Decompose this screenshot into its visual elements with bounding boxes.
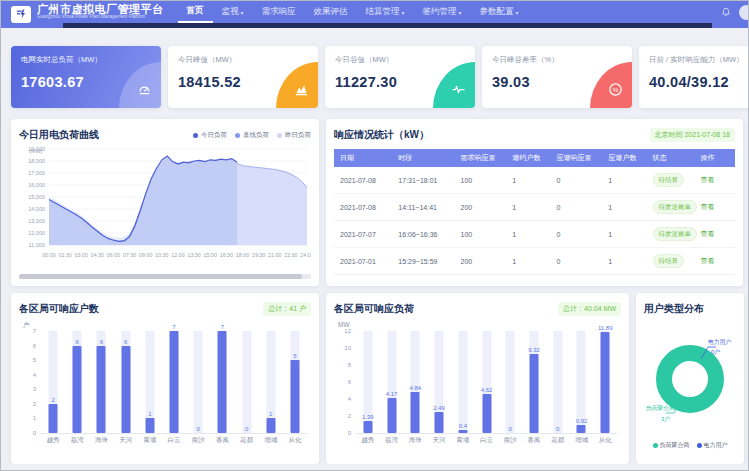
bar <box>145 418 154 433</box>
bar-南沙: 0 <box>498 331 522 433</box>
table-row: 2021-07-0814:11~14:41200101待发送账单查看 <box>334 194 735 221</box>
x-axis-label: 白云 <box>475 436 499 445</box>
cell-action: 查看 <box>698 248 735 275</box>
bar-chart-unit: MW <box>338 321 621 331</box>
bar-番禺: 9.32 <box>522 331 546 433</box>
table-col-6: 应邀户数 <box>605 149 649 167</box>
kpi-card-label: 今日峰值（MW） <box>178 55 308 65</box>
nav-item-effect-eval[interactable]: 效果评估 <box>305 1 357 23</box>
nav-item-label: 首页 <box>187 5 204 17</box>
nav-item-demand-response[interactable]: 需求响应 <box>253 1 305 23</box>
legend-item-昨日负荷[interactable]: 昨日负荷 <box>277 131 311 140</box>
bar-chart-plot: 0123456726661707015 <box>41 331 307 434</box>
bar <box>458 430 467 433</box>
y-axis-tick: 7 <box>19 328 36 334</box>
x-axis-label: 增城 <box>570 436 594 445</box>
response-table-panel: 响应情况统计（kW） 北京时间 2021-07-08 18 日期时段需求响应量邀… <box>326 119 743 286</box>
x-axis-label: 荔湾 <box>65 436 89 445</box>
svg-text:21:00: 21:00 <box>268 252 281 258</box>
bar-value-label: 1 <box>269 411 272 417</box>
chart-scrollbar-thumb[interactable] <box>19 274 302 279</box>
view-link[interactable]: 查看 <box>701 230 715 237</box>
cell-action: 查看 <box>698 167 735 194</box>
pulse-corner <box>433 62 475 108</box>
bar <box>435 412 444 433</box>
bar-从化: 5 <box>283 331 307 433</box>
cell-status: 待发送账单 <box>650 194 698 221</box>
legend-label: 负荷聚合商 <box>660 441 690 450</box>
bar-value-label: 4.17 <box>386 391 398 397</box>
y-axis-tick: 6 <box>19 343 36 349</box>
bar-track <box>194 331 203 433</box>
kpi-today-peak: 今日峰值（MW）18415.52 <box>168 46 318 108</box>
bar-白云: 4.62 <box>475 331 499 433</box>
bar-track <box>242 331 251 433</box>
bar-value-label: 2.49 <box>433 405 445 411</box>
bar-增城: 1 <box>259 331 283 433</box>
response-table: 日期时段需求响应量邀约户数应邀响应量应邀户数状态操作 2021-07-0817:… <box>334 149 735 275</box>
y-axis-tick: 12 <box>334 328 351 334</box>
view-link[interactable]: 查看 <box>701 257 715 264</box>
nav-item-params[interactable]: 参数配置▾ <box>471 1 528 23</box>
district-users-total-badge: 总计：41 户 <box>263 302 311 316</box>
bar-value-label: 0 <box>197 426 200 432</box>
x-axis-label: 海珠 <box>403 436 427 445</box>
chevron-down-icon: ▾ <box>459 9 462 16</box>
bar-value-label: 4.84 <box>409 385 421 391</box>
legend-item-今日负荷[interactable]: 今日负荷 <box>193 131 227 140</box>
x-axis-label: 花都 <box>546 436 570 445</box>
svg-text:13:30: 13:30 <box>187 252 200 258</box>
legend-dot-icon <box>653 443 658 448</box>
view-link[interactable]: 查看 <box>701 176 715 183</box>
table-row: 2021-07-0115:29~15:59200101待结算查看 <box>334 248 735 275</box>
cell-demand: 100 <box>458 221 510 248</box>
x-axis-label: 南沙 <box>498 436 522 445</box>
y-axis-tick: 10 <box>334 345 351 351</box>
bar-value-label: 4.62 <box>481 387 493 393</box>
cell-demand: 200 <box>458 194 510 221</box>
user-avatar[interactable] <box>739 5 749 20</box>
bar-从化: 11.89 <box>593 331 617 433</box>
bar <box>218 331 227 433</box>
response-table-title: 响应情况统计（kW） <box>334 128 429 142</box>
legend-item-电力用户[interactable]: 电力用户 <box>697 441 728 450</box>
bolt-icon <box>15 8 27 20</box>
svg-text:12:00: 12:00 <box>171 252 184 258</box>
cell-action: 查看 <box>698 194 735 221</box>
y-axis-tick: 5 <box>19 357 36 363</box>
cell-responded_amount: 0 <box>554 221 606 248</box>
cell-status: 待结算 <box>650 167 698 194</box>
x-axis-label: 越秀 <box>41 436 65 445</box>
notification-bell-icon[interactable] <box>721 7 731 17</box>
legend-item-基线负荷[interactable]: 基线负荷 <box>235 131 269 140</box>
bar-value-label: 7 <box>221 324 224 330</box>
nav-item-monitor[interactable]: 监视▾ <box>213 1 253 23</box>
cell-period: 17:31~18:01 <box>395 167 457 194</box>
nav-item-contract[interactable]: 签约管理▾ <box>414 1 471 23</box>
legend-item-负荷聚合商[interactable]: 负荷聚合商 <box>653 441 690 450</box>
cell-action: 查看 <box>698 221 735 248</box>
y-axis-tick: 3 <box>19 386 36 392</box>
cell-status: 待发送账单 <box>650 221 698 248</box>
kpi-peak-valley-rate: 今日峰谷差率（%）39.03% <box>482 46 632 108</box>
svg-text:电力用户: 电力用户 <box>708 338 731 346</box>
load-curve-legend: 今日负荷基线负荷昨日负荷 <box>193 131 311 140</box>
y-axis-tick: 4 <box>334 396 351 402</box>
svg-text:18:00: 18:00 <box>236 252 249 258</box>
table-row: 2021-07-0716:06~16:36100101待发送账单查看 <box>334 221 735 248</box>
district-load-panel: 各区局可响应负荷 总计：40.04 MW MW0246810121.394.17… <box>326 293 629 464</box>
status-badge: 待发送账单 <box>653 227 698 241</box>
nav-item-label: 需求响应 <box>262 6 296 18</box>
kpi-today-valley: 今日谷值（MW）11227.30 <box>325 46 475 108</box>
nav-item-settlement[interactable]: 结算管理▾ <box>357 1 414 23</box>
cell-invited: 1 <box>509 248 553 275</box>
bar-天河: 6 <box>114 331 138 433</box>
cell-invited: 1 <box>509 167 553 194</box>
bar-南沙: 0 <box>186 331 210 433</box>
legend-label: 基线负荷 <box>243 131 269 140</box>
kpi-row: 电网实时总负荷（MW）17603.67今日峰值（MW）18415.52今日谷值（… <box>11 46 748 108</box>
bar <box>290 360 299 433</box>
peak-chart-corner <box>276 62 318 108</box>
view-link[interactable]: 查看 <box>701 203 715 210</box>
nav-item-home[interactable]: 首页 <box>178 1 213 23</box>
